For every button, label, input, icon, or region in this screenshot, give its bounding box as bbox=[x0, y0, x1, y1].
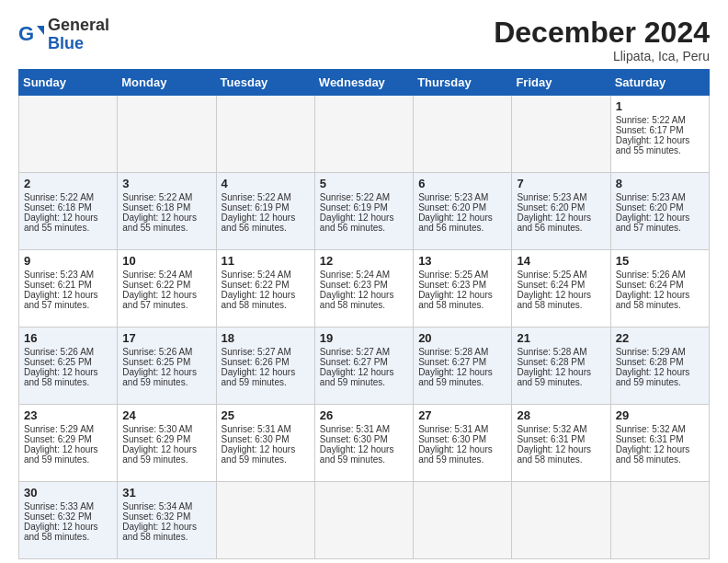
sunset-label: Sunset: 6:30 PM bbox=[320, 434, 388, 444]
day-number: 17 bbox=[122, 331, 210, 345]
sunset-label: Sunset: 6:30 PM bbox=[418, 434, 486, 444]
calendar-cell: 12Sunrise: 5:24 AMSunset: 6:23 PMDayligh… bbox=[314, 250, 413, 327]
calendar-cell bbox=[216, 96, 314, 173]
sunrise-label: Sunrise: 5:28 AM bbox=[517, 347, 586, 357]
sunrise-label: Sunrise: 5:31 AM bbox=[320, 424, 390, 434]
day-number: 6 bbox=[418, 177, 506, 190]
sunset-label: Sunset: 6:20 PM bbox=[616, 202, 684, 213]
th-friday: Friday bbox=[512, 70, 610, 96]
sunrise-label: Sunrise: 5:24 AM bbox=[222, 270, 291, 280]
calendar-cell: 29Sunrise: 5:32 AMSunset: 6:31 PMDayligh… bbox=[610, 405, 709, 482]
day-number: 20 bbox=[418, 331, 506, 345]
calendar-cell: 19Sunrise: 5:27 AMSunset: 6:27 PMDayligh… bbox=[314, 327, 413, 405]
th-saturday: Saturday bbox=[610, 70, 709, 96]
calendar-cell: 17Sunrise: 5:26 AMSunset: 6:25 PMDayligh… bbox=[118, 327, 216, 405]
th-wednesday: Wednesday bbox=[314, 70, 413, 96]
sunrise-label: Sunrise: 5:23 AM bbox=[616, 192, 686, 202]
sunset-label: Sunset: 6:31 PM bbox=[517, 434, 585, 444]
day-number: 14 bbox=[517, 254, 605, 268]
calendar-cell bbox=[512, 482, 610, 559]
daylight-label: Daylight: 12 hours and 57 minutes. bbox=[616, 213, 690, 233]
calendar-cell: 11Sunrise: 5:24 AMSunset: 6:22 PMDayligh… bbox=[216, 250, 314, 327]
sunrise-label: Sunrise: 5:26 AM bbox=[24, 347, 94, 357]
sunset-label: Sunset: 6:21 PM bbox=[24, 280, 92, 290]
calendar-cell: 5Sunrise: 5:22 AMSunset: 6:19 PMDaylight… bbox=[314, 173, 413, 250]
day-number: 30 bbox=[24, 486, 112, 500]
sunrise-label: Sunrise: 5:27 AM bbox=[222, 347, 291, 357]
calendar-week-4: 16Sunrise: 5:26 AMSunset: 6:25 PMDayligh… bbox=[19, 327, 710, 405]
day-number: 13 bbox=[418, 254, 506, 268]
calendar-cell: 27Sunrise: 5:31 AMSunset: 6:30 PMDayligh… bbox=[414, 405, 512, 482]
calendar-cell bbox=[216, 482, 314, 559]
title-block: December 2024 Llipata, Ica, Peru bbox=[494, 17, 710, 63]
location: Llipata, Ica, Peru bbox=[494, 49, 710, 63]
logo: G General Blue bbox=[18, 17, 109, 53]
sunset-label: Sunset: 6:27 PM bbox=[320, 357, 388, 367]
sunrise-label: Sunrise: 5:27 AM bbox=[320, 347, 390, 357]
daylight-label: Daylight: 12 hours and 58 minutes. bbox=[517, 290, 591, 310]
day-number: 21 bbox=[517, 331, 605, 345]
sunset-label: Sunset: 6:17 PM bbox=[616, 125, 684, 135]
sunset-label: Sunset: 6:31 PM bbox=[616, 434, 684, 444]
daylight-label: Daylight: 12 hours and 56 minutes. bbox=[222, 213, 296, 233]
calendar-cell: 6Sunrise: 5:23 AMSunset: 6:20 PMDaylight… bbox=[414, 173, 512, 250]
day-number: 5 bbox=[320, 177, 408, 190]
calendar-cell bbox=[512, 96, 610, 173]
daylight-label: Daylight: 12 hours and 59 minutes. bbox=[616, 367, 690, 387]
sunset-label: Sunset: 6:22 PM bbox=[122, 280, 190, 290]
page: G General Blue December 2024 Llipata, Ic… bbox=[0, 0, 728, 563]
day-number: 22 bbox=[616, 331, 704, 345]
calendar-cell: 7Sunrise: 5:23 AMSunset: 6:20 PMDaylight… bbox=[512, 173, 610, 250]
daylight-label: Daylight: 12 hours and 56 minutes. bbox=[320, 213, 394, 233]
svg-marker-1 bbox=[37, 26, 44, 35]
day-number: 23 bbox=[24, 408, 112, 422]
daylight-label: Daylight: 12 hours and 55 minutes. bbox=[616, 135, 690, 155]
daylight-label: Daylight: 12 hours and 56 minutes. bbox=[418, 213, 493, 233]
sunrise-label: Sunrise: 5:24 AM bbox=[122, 270, 192, 280]
calendar-cell: 10Sunrise: 5:24 AMSunset: 6:22 PMDayligh… bbox=[118, 250, 216, 327]
calendar-cell: 18Sunrise: 5:27 AMSunset: 6:26 PMDayligh… bbox=[216, 327, 314, 405]
sunrise-label: Sunrise: 5:31 AM bbox=[418, 424, 488, 434]
calendar-cell: 31Sunrise: 5:34 AMSunset: 6:32 PMDayligh… bbox=[118, 482, 216, 559]
sunrise-label: Sunrise: 5:30 AM bbox=[122, 424, 192, 434]
sunset-label: Sunset: 6:28 PM bbox=[616, 357, 684, 367]
day-number: 24 bbox=[122, 408, 210, 422]
calendar-cell bbox=[314, 482, 413, 559]
daylight-label: Daylight: 12 hours and 58 minutes. bbox=[320, 290, 394, 310]
day-number: 15 bbox=[616, 254, 704, 268]
day-number: 28 bbox=[517, 408, 605, 422]
daylight-label: Daylight: 12 hours and 58 minutes. bbox=[222, 290, 296, 310]
sunrise-label: Sunrise: 5:32 AM bbox=[517, 424, 586, 434]
daylight-label: Daylight: 12 hours and 58 minutes. bbox=[517, 444, 591, 465]
header-row: Sunday Monday Tuesday Wednesday Thursday… bbox=[19, 70, 710, 96]
daylight-label: Daylight: 12 hours and 59 minutes. bbox=[320, 444, 394, 465]
sunrise-label: Sunrise: 5:31 AM bbox=[222, 424, 291, 434]
sunrise-label: Sunrise: 5:28 AM bbox=[418, 347, 488, 357]
calendar-cell bbox=[19, 96, 118, 173]
sunset-label: Sunset: 6:24 PM bbox=[517, 280, 585, 290]
calendar-week-2: 2Sunrise: 5:22 AMSunset: 6:18 PMDaylight… bbox=[19, 173, 710, 250]
calendar-cell: 26Sunrise: 5:31 AMSunset: 6:30 PMDayligh… bbox=[314, 405, 413, 482]
daylight-label: Daylight: 12 hours and 59 minutes. bbox=[222, 444, 296, 465]
sunset-label: Sunset: 6:25 PM bbox=[122, 357, 190, 367]
calendar-week-5: 23Sunrise: 5:29 AMSunset: 6:29 PMDayligh… bbox=[19, 405, 710, 482]
th-sunday: Sunday bbox=[19, 70, 118, 96]
day-number: 7 bbox=[517, 177, 605, 190]
sunrise-label: Sunrise: 5:25 AM bbox=[418, 270, 488, 280]
th-thursday: Thursday bbox=[414, 70, 512, 96]
daylight-label: Daylight: 12 hours and 56 minutes. bbox=[517, 213, 591, 233]
daylight-label: Daylight: 12 hours and 58 minutes. bbox=[24, 522, 98, 542]
sunset-label: Sunset: 6:20 PM bbox=[418, 202, 486, 213]
calendar-cell: 30Sunrise: 5:33 AMSunset: 6:32 PMDayligh… bbox=[19, 482, 118, 559]
sunset-label: Sunset: 6:19 PM bbox=[320, 202, 388, 213]
sunset-label: Sunset: 6:23 PM bbox=[418, 280, 486, 290]
sunset-label: Sunset: 6:30 PM bbox=[222, 434, 290, 444]
calendar-cell: 20Sunrise: 5:28 AMSunset: 6:27 PMDayligh… bbox=[414, 327, 512, 405]
daylight-label: Daylight: 12 hours and 59 minutes. bbox=[122, 367, 197, 387]
month-title: December 2024 bbox=[494, 17, 710, 49]
sunrise-label: Sunrise: 5:23 AM bbox=[418, 192, 488, 202]
daylight-label: Daylight: 12 hours and 57 minutes. bbox=[24, 290, 98, 310]
day-number: 12 bbox=[320, 254, 408, 268]
daylight-label: Daylight: 12 hours and 55 minutes. bbox=[24, 213, 98, 233]
sunset-label: Sunset: 6:25 PM bbox=[24, 357, 92, 367]
